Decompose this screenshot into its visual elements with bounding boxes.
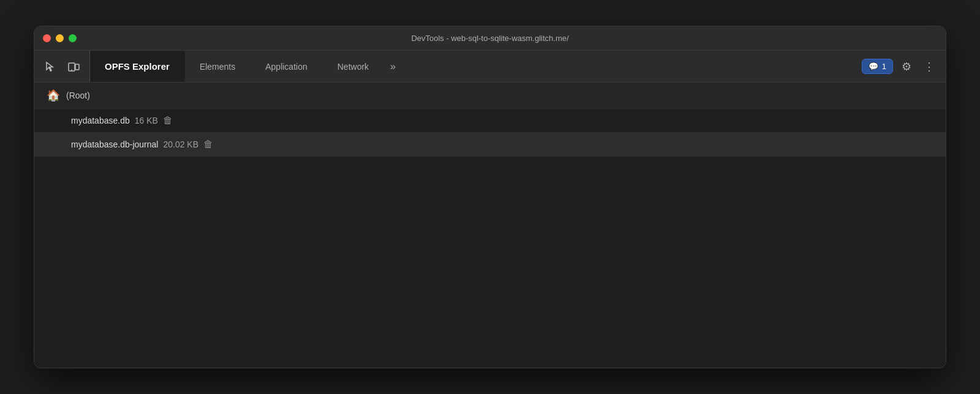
close-button[interactable]: [43, 34, 51, 42]
root-label: (Root): [66, 91, 90, 100]
minimize-button[interactable]: [56, 34, 64, 42]
file-row[interactable]: mydatabase.db 16 KB 🗑: [34, 109, 946, 133]
toolbar-right-actions: 💬 1 ⚙ ⋮: [854, 51, 946, 82]
title-bar: DevTools - web-sql-to-sqlite-wasm.glitch…: [34, 26, 946, 51]
tab-opfs-explorer[interactable]: OPFS Explorer: [90, 51, 185, 82]
settings-button[interactable]: ⚙: [898, 56, 915, 77]
gear-icon: ⚙: [902, 60, 911, 73]
toolbar: OPFS Explorer Elements Application Netwo…: [34, 51, 946, 83]
devtools-window: DevTools - web-sql-to-sqlite-wasm.glitch…: [34, 26, 946, 368]
maximize-button[interactable]: [69, 34, 77, 42]
file-name: mydatabase.db-journal: [71, 139, 158, 149]
notification-icon: 💬: [869, 62, 878, 71]
ellipsis-icon: ⋮: [924, 60, 935, 73]
tab-application[interactable]: Application: [251, 51, 323, 82]
inspect-icon-button[interactable]: [40, 57, 60, 76]
more-tabs-button[interactable]: »: [384, 51, 402, 82]
tabs-container: OPFS Explorer Elements Application Netwo…: [90, 51, 854, 82]
tab-network[interactable]: Network: [323, 51, 384, 82]
device-icon-button[interactable]: [64, 57, 83, 76]
more-options-button[interactable]: ⋮: [920, 56, 938, 77]
notification-button[interactable]: 💬 1: [862, 59, 893, 74]
file-size: 16 KB: [135, 116, 158, 125]
cursor-icon: [44, 61, 56, 73]
delete-file-icon[interactable]: 🗑: [163, 115, 173, 126]
content-area: 🏠 (Root) mydatabase.db 16 KB 🗑 mydatabas…: [34, 83, 946, 368]
traffic-lights: [43, 34, 77, 42]
house-icon: 🏠: [47, 89, 60, 102]
device-icon: [67, 61, 80, 73]
file-size: 20.02 KB: [163, 139, 198, 149]
delete-file-icon[interactable]: 🗑: [203, 139, 213, 150]
file-tree: 🏠 (Root) mydatabase.db 16 KB 🗑 mydatabas…: [34, 83, 946, 157]
notification-count: 1: [882, 62, 886, 71]
toolbar-left-icons: [34, 51, 90, 82]
file-name: mydatabase.db: [71, 116, 130, 125]
svg-rect-1: [75, 64, 79, 70]
root-row[interactable]: 🏠 (Root): [34, 83, 946, 109]
window-title: DevTools - web-sql-to-sqlite-wasm.glitch…: [411, 34, 568, 43]
file-row[interactable]: mydatabase.db-journal 20.02 KB 🗑: [34, 133, 946, 157]
tab-elements[interactable]: Elements: [185, 51, 251, 82]
